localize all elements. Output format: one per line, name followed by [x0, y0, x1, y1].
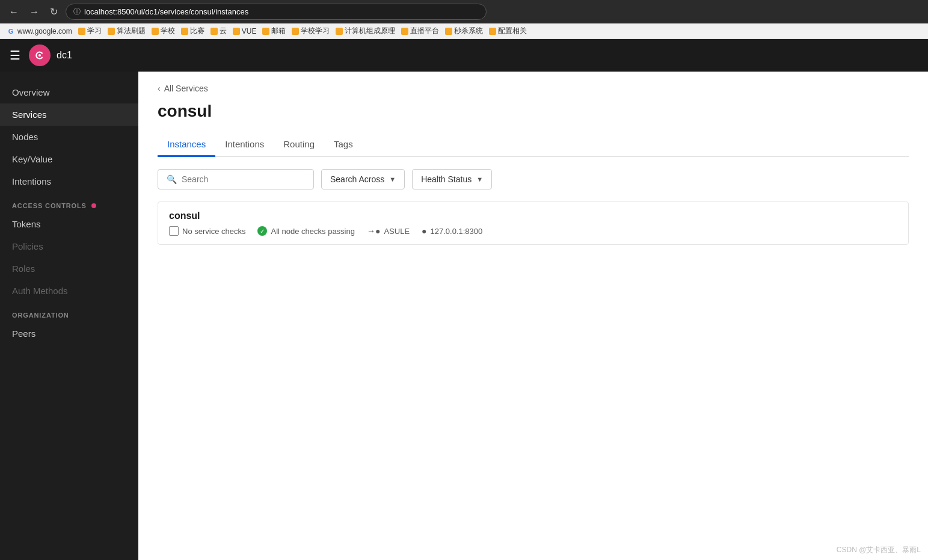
service-title: consul	[158, 102, 909, 121]
bookmark-1[interactable]: 学习	[78, 26, 102, 36]
main-layout: Overview Services Nodes Key/Value Intent…	[0, 72, 928, 560]
instance-address: 127.0.0.1:8300	[431, 227, 483, 236]
network-icon: →●	[367, 226, 380, 236]
sidebar-item-services[interactable]: Services	[0, 103, 138, 126]
back-link-text: All Services	[164, 84, 208, 93]
folder-icon	[233, 28, 240, 35]
folder-icon	[445, 28, 452, 35]
search-across-label: Search Across	[330, 174, 384, 184]
hamburger-button[interactable]: ☰	[10, 48, 20, 63]
bookmark-label: 计算机组成原理	[345, 26, 395, 36]
bookmark-6[interactable]: VUE	[233, 27, 257, 35]
folder-icon	[292, 28, 299, 35]
sidebar-item-keyvalue[interactable]: Key/Value	[0, 148, 138, 170]
reload-button[interactable]: ↻	[47, 5, 61, 19]
bookmark-label: 直播平台	[410, 26, 439, 36]
google-icon: G	[6, 26, 16, 36]
back-link[interactable]: ‹ All Services	[158, 84, 909, 93]
search-input[interactable]	[182, 174, 305, 184]
bookmark-label: 学习	[87, 26, 102, 36]
back-button[interactable]: ←	[6, 5, 22, 19]
sidebar: Overview Services Nodes Key/Value Intent…	[0, 72, 138, 560]
tab-instances[interactable]: Instances	[158, 133, 215, 157]
search-box: 🔍	[158, 169, 314, 189]
dc-name: dc1	[57, 50, 72, 61]
access-controls-section: ACCESS CONTROLS	[0, 192, 138, 213]
access-controls-label: ACCESS CONTROLS	[12, 202, 87, 209]
folder-icon	[401, 28, 408, 35]
secure-icon: ⓘ	[73, 7, 81, 17]
app: ☰ dc1 Overview Services Nodes Key/Value …	[0, 39, 928, 560]
sidebar-item-overview[interactable]: Overview	[0, 81, 138, 103]
address-item: ● 127.0.0.1:8300	[422, 226, 482, 236]
tab-intentions[interactable]: Intentions	[215, 133, 274, 157]
bookmark-8[interactable]: 学校学习	[292, 26, 330, 36]
bookmarks-bar: G www.google.com 学习 算法刷题 学校 比赛 云 VUE 邮箱 …	[0, 23, 928, 39]
folder-icon	[262, 28, 269, 35]
table-row[interactable]: consul No service checks ✓ All node chec…	[158, 202, 909, 245]
main-content: ‹ All Services consul Instances Intentio…	[138, 72, 928, 560]
bookmark-google[interactable]: G www.google.com	[6, 26, 72, 36]
sidebar-item-roles[interactable]: Roles	[0, 257, 138, 280]
no-service-checks-label: No service checks	[182, 227, 245, 236]
bookmark-label: 秒杀系统	[454, 26, 483, 36]
sidebar-item-peers[interactable]: Peers	[0, 322, 138, 345]
footer-credit: CSDN @艾卡西亚、暴雨L	[837, 545, 921, 555]
sidebar-item-nodes[interactable]: Nodes	[0, 126, 138, 148]
folder-icon	[78, 28, 85, 35]
search-across-dropdown[interactable]: Search Across ▼	[321, 169, 405, 189]
bookmark-4[interactable]: 比赛	[181, 26, 204, 36]
passing-check-icon: ✓	[257, 226, 267, 236]
address-bar[interactable]: ⓘ localhost:8500/ui/dc1/services/consul/…	[66, 4, 487, 20]
bookmark-12[interactable]: 配置相关	[489, 26, 527, 36]
organization-label: ORGANIZATION	[12, 312, 69, 319]
folder-icon	[336, 28, 343, 35]
bookmark-label: 算法刷题	[117, 26, 146, 36]
tabs: Instances Intentions Routing Tags	[158, 133, 909, 157]
tab-tags[interactable]: Tags	[324, 133, 363, 157]
consul-logo-svg	[32, 48, 47, 63]
sidebar-item-auth-methods[interactable]: Auth Methods	[0, 280, 138, 302]
sidebar-item-policies[interactable]: Policies	[0, 235, 138, 257]
content-inner: ‹ All Services consul Instances Intentio…	[138, 72, 928, 262]
no-service-checks-icon	[169, 226, 179, 236]
health-status-dropdown[interactable]: Health Status ▼	[412, 169, 492, 189]
sidebar-item-tokens[interactable]: Tokens	[0, 213, 138, 235]
bookmark-10[interactable]: 直播平台	[401, 26, 439, 36]
chevron-down-icon: ▼	[389, 176, 396, 183]
forward-button[interactable]: →	[26, 5, 42, 19]
folder-icon	[210, 28, 218, 35]
health-status-label: Health Status	[421, 174, 472, 184]
bookmark-label: 学校学习	[301, 26, 330, 36]
bookmark-9[interactable]: 计算机组成原理	[336, 26, 395, 36]
globe-icon: ●	[422, 226, 426, 236]
folder-icon	[489, 28, 496, 35]
no-service-checks-item: No service checks	[169, 226, 245, 236]
bookmark-7[interactable]: 邮箱	[262, 26, 286, 36]
bookmark-label: 云	[220, 26, 227, 36]
svg-point-1	[38, 54, 41, 57]
search-icon: 🔍	[167, 174, 177, 184]
bookmark-label: VUE	[242, 27, 257, 35]
instance-info: consul No service checks ✓ All node chec…	[169, 211, 897, 236]
bookmark-5[interactable]: 云	[210, 26, 227, 36]
instance-meta: No service checks ✓ All node checks pass…	[169, 226, 897, 236]
bookmark-label: 配置相关	[498, 26, 527, 36]
all-node-checks-item: ✓ All node checks passing	[257, 226, 354, 236]
access-dot-icon	[91, 203, 96, 208]
node-name: ASULE	[384, 227, 410, 236]
tab-routing[interactable]: Routing	[274, 133, 324, 157]
all-node-checks-label: All node checks passing	[271, 227, 354, 236]
bookmark-label: 学校	[161, 26, 175, 36]
organization-section: ORGANIZATION	[0, 302, 138, 322]
browser-chrome: ← → ↻ ⓘ localhost:8500/ui/dc1/services/c…	[0, 0, 928, 23]
folder-icon	[181, 28, 188, 35]
bookmark-label: www.google.com	[17, 27, 72, 35]
top-nav: ☰ dc1	[0, 39, 928, 72]
sidebar-item-intentions[interactable]: Intentions	[0, 170, 138, 192]
bookmark-2[interactable]: 算法刷题	[108, 26, 146, 36]
url-text: localhost:8500/ui/dc1/services/consul/in…	[84, 7, 248, 16]
bookmark-11[interactable]: 秒杀系统	[445, 26, 483, 36]
bookmark-3[interactable]: 学校	[152, 26, 175, 36]
bookmark-label: 邮箱	[271, 26, 286, 36]
